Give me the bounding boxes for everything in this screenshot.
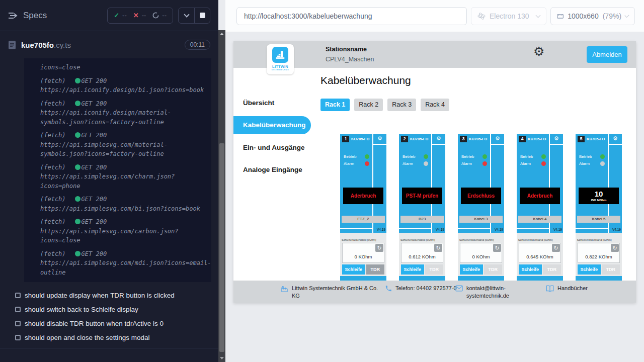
failed-icon: ✕: [133, 12, 139, 19]
betrieb-led: [482, 154, 487, 159]
command-log: icons=close (fetch)GET 200 https://api.i…: [24, 58, 211, 282]
device-cards: 1 KÜ705-FO ⚙ Betrieb Alarm Aderbruch FTZ…: [340, 134, 622, 281]
device-model: KÜ705-FO: [410, 137, 428, 141]
card-bottom-strip: [399, 276, 445, 281]
log-entry[interactable]: (fetch)GET 200 https://api.simplesvg.com…: [40, 163, 211, 191]
scrollbar-thumb[interactable]: [219, 143, 224, 352]
spec-extension: .cy.ts: [54, 41, 71, 49]
measurement-panel: Schleifenwiderstand [kOhm] ↻ 0 KOhm Schl…: [340, 233, 386, 281]
log-entry[interactable]: (fetch)GET 200 https://api.iconify.desig…: [40, 99, 211, 127]
alarm-led: [365, 161, 369, 166]
ruler-icon: [557, 13, 564, 20]
tdr-button[interactable]: TDR: [425, 264, 443, 275]
resistance-label: Schleifenwiderstand [kOhm]: [577, 238, 620, 241]
test-item[interactable]: should disable TDR button when tdrActive…: [0, 316, 218, 330]
device-model: KÜ705-FO: [469, 137, 487, 141]
schleife-button[interactable]: Schleife: [460, 264, 483, 275]
firmware-version: V4.19: [377, 228, 385, 231]
test-item[interactable]: should open and close the settings modal: [0, 330, 218, 344]
alarm-row: Alarm: [344, 161, 369, 166]
device-gear-icon[interactable]: ⚙: [432, 136, 445, 141]
schleife-button[interactable]: Schleife: [578, 264, 601, 275]
tdr-button[interactable]: TDR: [484, 264, 502, 275]
log-entry[interactable]: (fetch)GET 200 https://api.iconify.desig…: [40, 76, 211, 95]
resistance-display: ↻ 0 KOhm: [342, 243, 384, 263]
device-number: 4: [519, 136, 526, 142]
log-entry[interactable]: (fetch)GET 200 https://api.simplesvg.com…: [40, 217, 211, 245]
betrieb-row: Betrieb: [344, 154, 369, 159]
browser-selector[interactable]: Electron 130: [471, 7, 546, 25]
log-entry[interactable]: (fetch)GET 200 https://api.simplesvg.com…: [40, 249, 211, 278]
alarm-led: [482, 161, 487, 166]
tab-rack-1[interactable]: Rack 1: [320, 99, 350, 111]
firmware-version: V4.19: [553, 228, 562, 231]
spec-file-row[interactable]: kue705fo .cy.ts 00:11: [0, 34, 218, 55]
device-header: 1 KÜ705-FO: [340, 134, 372, 142]
footer-manuals[interactable]: Handbücher: [546, 285, 588, 292]
sidebar-item-kabelueberwachung[interactable]: Kabelüberwachung: [233, 116, 311, 134]
footer-email: kontakt@littwin-systemtechnik.de: [455, 285, 527, 300]
log-entry[interactable]: (fetch)GET 200 https://api.simplesvg.com…: [40, 131, 211, 159]
tdr-button[interactable]: TDR: [602, 264, 620, 275]
device-header: 2 KÜ705-FO: [399, 134, 431, 142]
success-dot-icon: [75, 78, 80, 83]
chevron-down-icon: [184, 12, 189, 17]
test-list: should update display when TDR button is…: [0, 288, 218, 344]
resistance-label: Schleifenwiderstand [kOhm]: [342, 238, 385, 241]
refresh-icon[interactable]: ↻: [493, 244, 501, 252]
sidebar-item-analoge-eingaenge[interactable]: Analoge Eingänge: [243, 166, 302, 173]
pending-spinner-icon: [152, 12, 159, 19]
test-pending-icon: [15, 307, 21, 312]
refresh-icon[interactable]: ↻: [434, 244, 442, 252]
specs-link[interactable]: Specs: [8, 11, 47, 21]
status-display: Aderbruch: [343, 188, 383, 204]
device-number: 5: [578, 136, 585, 142]
tab-rack-3[interactable]: Rack 3: [387, 99, 416, 111]
test-item[interactable]: should switch back to Schleife display: [0, 302, 218, 316]
sidebar-item-ein-und-ausgaenge[interactable]: Ein- und Ausgänge: [243, 144, 305, 151]
passed-icon: ✓: [114, 12, 119, 19]
tab-rack-2[interactable]: Rack 2: [354, 99, 383, 111]
schleife-button[interactable]: Schleife: [519, 264, 542, 275]
collapse-button[interactable]: [179, 8, 194, 23]
refresh-icon[interactable]: ↻: [375, 244, 383, 252]
electron-icon: [477, 12, 486, 20]
refresh-icon[interactable]: ↻: [611, 244, 619, 252]
firmware-row: V4.19: [340, 223, 386, 233]
scroll-up-icon[interactable]: [220, 33, 224, 35]
device-gear-icon[interactable]: ⚙: [609, 136, 622, 141]
tdr-button[interactable]: TDR: [543, 264, 561, 275]
alarm-led: [541, 161, 546, 166]
book-icon: [546, 285, 554, 292]
cable-name: Kabel 3: [459, 216, 503, 223]
schleife-button[interactable]: Schleife: [401, 264, 424, 275]
tab-rack-4[interactable]: Rack 4: [421, 99, 449, 111]
tdr-button[interactable]: TDR: [366, 264, 384, 275]
browser-toolbar: Electron 130 1000x660 (79%): [225, 0, 644, 32]
cable-name: Kabel 5: [577, 216, 620, 223]
success-dot-icon: [75, 164, 80, 170]
device-gear-icon[interactable]: ⚙: [550, 136, 563, 141]
alarm-row: Alarm: [461, 161, 487, 166]
url-input[interactable]: [236, 7, 467, 25]
device-gear-icon[interactable]: ⚙: [491, 136, 504, 141]
divider: [432, 144, 445, 145]
alarm-led: [424, 161, 428, 166]
log-entry[interactable]: (fetch)GET 200 https://api.simplesvg.com…: [40, 195, 211, 213]
resistance-value: 0.612 KOhm: [401, 254, 443, 259]
refresh-icon[interactable]: ↻: [552, 244, 560, 252]
reporter-scrollbar[interactable]: [218, 30, 225, 362]
logout-button[interactable]: Abmelden: [587, 46, 627, 63]
viewport-selector[interactable]: 1000x660 (79%): [550, 7, 635, 25]
device-card-1: 1 KÜ705-FO ⚙ Betrieb Alarm Aderbruch FTZ…: [340, 134, 386, 281]
stop-button[interactable]: [194, 8, 210, 23]
scroll-down-icon[interactable]: [220, 357, 224, 359]
schleife-button[interactable]: Schleife: [342, 264, 365, 275]
test-item[interactable]: should update display when TDR button is…: [0, 288, 218, 302]
device-gear-icon[interactable]: ⚙: [373, 136, 386, 141]
sidebar-item-uebersicht[interactable]: Übersicht: [243, 99, 274, 107]
settings-gear-icon[interactable]: ⚙: [533, 45, 544, 58]
resistance-label: Schleifenwiderstand [kOhm]: [400, 238, 444, 241]
app-viewport: Stationsname CPLV4_Maschen ⚙ Abmelden LI…: [233, 41, 636, 303]
device-model: KÜ705-FO: [528, 137, 546, 141]
